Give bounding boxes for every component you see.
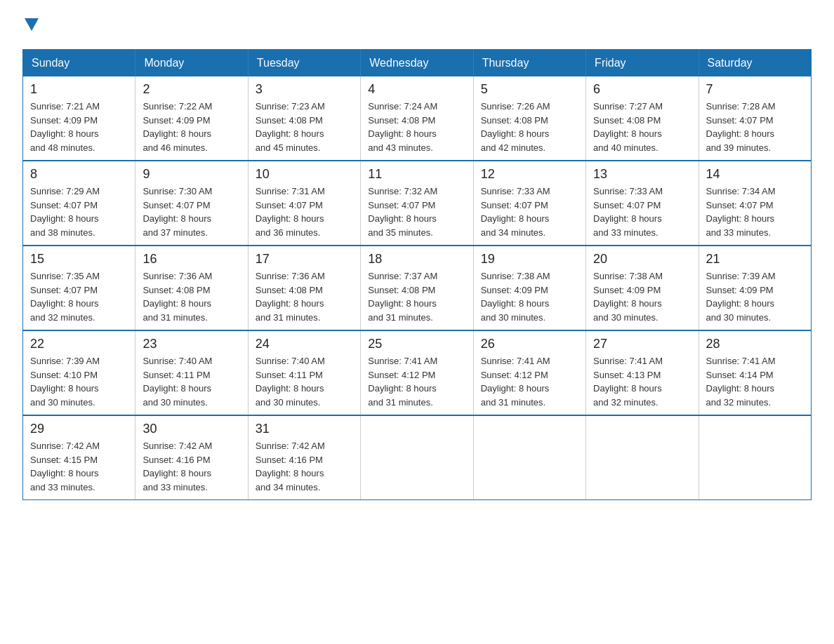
day-number: 18 (368, 252, 465, 267)
day-number: 21 (706, 252, 804, 267)
column-header-wednesday: Wednesday (361, 50, 473, 77)
day-info: Sunrise: 7:41 AMSunset: 4:14 PMDaylight:… (706, 354, 804, 409)
day-info: Sunrise: 7:33 AMSunset: 4:07 PMDaylight:… (593, 185, 691, 239)
calendar-week-row: 29Sunrise: 7:42 AMSunset: 4:15 PMDayligh… (23, 415, 812, 500)
day-info: Sunrise: 7:33 AMSunset: 4:07 PMDaylight:… (481, 185, 578, 239)
day-info: Sunrise: 7:36 AMSunset: 4:08 PMDaylight:… (256, 269, 353, 324)
day-number: 9 (143, 167, 240, 182)
calendar-cell: 30Sunrise: 7:42 AMSunset: 4:16 PMDayligh… (135, 415, 248, 500)
day-info: Sunrise: 7:28 AMSunset: 4:07 PMDaylight:… (706, 100, 804, 154)
day-info: Sunrise: 7:39 AMSunset: 4:10 PMDaylight:… (30, 354, 128, 409)
day-info: Sunrise: 7:41 AMSunset: 4:12 PMDaylight:… (368, 354, 465, 409)
day-number: 17 (256, 252, 353, 267)
day-number: 30 (143, 422, 240, 436)
day-info: Sunrise: 7:31 AMSunset: 4:07 PMDaylight:… (256, 185, 353, 239)
day-info: Sunrise: 7:41 AMSunset: 4:13 PMDaylight:… (593, 354, 691, 409)
day-info: Sunrise: 7:42 AMSunset: 4:16 PMDaylight:… (256, 439, 353, 494)
calendar-cell (361, 415, 473, 500)
calendar-cell: 9Sunrise: 7:30 AMSunset: 4:07 PMDaylight… (135, 161, 248, 246)
day-number: 22 (30, 337, 128, 351)
day-info: Sunrise: 7:36 AMSunset: 4:08 PMDaylight:… (143, 269, 240, 324)
day-number: 28 (706, 337, 804, 351)
day-number: 6 (593, 82, 691, 97)
day-number: 26 (481, 337, 578, 351)
column-header-saturday: Saturday (699, 50, 811, 77)
page-header (22, 17, 812, 35)
logo-arrow-icon (25, 17, 39, 35)
day-number: 25 (368, 337, 465, 351)
calendar-table: SundayMondayTuesdayWednesdayThursdayFrid… (22, 49, 812, 500)
day-info: Sunrise: 7:35 AMSunset: 4:07 PMDaylight:… (30, 269, 128, 324)
day-info: Sunrise: 7:39 AMSunset: 4:09 PMDaylight:… (706, 269, 804, 324)
day-number: 29 (30, 422, 128, 436)
day-info: Sunrise: 7:32 AMSunset: 4:07 PMDaylight:… (368, 185, 465, 239)
day-number: 24 (256, 337, 353, 351)
day-number: 10 (256, 167, 353, 182)
day-info: Sunrise: 7:42 AMSunset: 4:16 PMDaylight:… (143, 439, 240, 494)
day-number: 31 (256, 422, 353, 436)
calendar-cell: 23Sunrise: 7:40 AMSunset: 4:11 PMDayligh… (135, 330, 248, 415)
day-info: Sunrise: 7:21 AMSunset: 4:09 PMDaylight:… (30, 100, 128, 154)
day-info: Sunrise: 7:27 AMSunset: 4:08 PMDaylight:… (593, 100, 691, 154)
day-number: 19 (481, 252, 578, 267)
calendar-header-row: SundayMondayTuesdayWednesdayThursdayFrid… (23, 50, 812, 77)
day-number: 2 (143, 82, 240, 97)
calendar-cell: 21Sunrise: 7:39 AMSunset: 4:09 PMDayligh… (699, 246, 811, 330)
calendar-cell (473, 415, 585, 500)
calendar-cell: 16Sunrise: 7:36 AMSunset: 4:08 PMDayligh… (135, 246, 248, 330)
day-info: Sunrise: 7:26 AMSunset: 4:08 PMDaylight:… (481, 100, 578, 154)
day-info: Sunrise: 7:22 AMSunset: 4:09 PMDaylight:… (143, 100, 240, 154)
day-number: 16 (143, 252, 240, 267)
day-number: 4 (368, 82, 465, 97)
day-info: Sunrise: 7:38 AMSunset: 4:09 PMDaylight:… (481, 269, 578, 324)
day-number: 7 (706, 82, 804, 97)
calendar-cell: 3Sunrise: 7:23 AMSunset: 4:08 PMDaylight… (248, 76, 360, 161)
calendar-week-row: 22Sunrise: 7:39 AMSunset: 4:10 PMDayligh… (23, 330, 812, 415)
calendar-cell: 22Sunrise: 7:39 AMSunset: 4:10 PMDayligh… (23, 330, 135, 415)
calendar-cell: 17Sunrise: 7:36 AMSunset: 4:08 PMDayligh… (248, 246, 360, 330)
day-info: Sunrise: 7:41 AMSunset: 4:12 PMDaylight:… (481, 354, 578, 409)
day-info: Sunrise: 7:40 AMSunset: 4:11 PMDaylight:… (256, 354, 353, 409)
calendar-cell: 27Sunrise: 7:41 AMSunset: 4:13 PMDayligh… (586, 330, 699, 415)
calendar-week-row: 1Sunrise: 7:21 AMSunset: 4:09 PMDaylight… (23, 76, 812, 161)
day-info: Sunrise: 7:30 AMSunset: 4:07 PMDaylight:… (143, 185, 240, 239)
calendar-cell: 13Sunrise: 7:33 AMSunset: 4:07 PMDayligh… (586, 161, 699, 246)
day-number: 11 (368, 167, 465, 182)
calendar-cell: 15Sunrise: 7:35 AMSunset: 4:07 PMDayligh… (23, 246, 135, 330)
day-number: 15 (30, 252, 128, 267)
day-number: 3 (256, 82, 353, 97)
day-number: 27 (593, 337, 691, 351)
column-header-monday: Monday (135, 50, 248, 77)
calendar-cell (586, 415, 699, 500)
calendar-cell: 1Sunrise: 7:21 AMSunset: 4:09 PMDaylight… (23, 76, 135, 161)
calendar-cell: 26Sunrise: 7:41 AMSunset: 4:12 PMDayligh… (473, 330, 585, 415)
day-number: 20 (593, 252, 691, 267)
calendar-cell: 24Sunrise: 7:40 AMSunset: 4:11 PMDayligh… (248, 330, 360, 415)
column-header-thursday: Thursday (473, 50, 585, 77)
day-info: Sunrise: 7:34 AMSunset: 4:07 PMDaylight:… (706, 185, 804, 239)
calendar-cell (699, 415, 811, 500)
column-header-friday: Friday (586, 50, 699, 77)
calendar-cell: 11Sunrise: 7:32 AMSunset: 4:07 PMDayligh… (361, 161, 473, 246)
column-header-tuesday: Tuesday (248, 50, 360, 77)
calendar-cell: 12Sunrise: 7:33 AMSunset: 4:07 PMDayligh… (473, 161, 585, 246)
calendar-cell: 19Sunrise: 7:38 AMSunset: 4:09 PMDayligh… (473, 246, 585, 330)
svg-marker-0 (25, 18, 39, 31)
calendar-cell: 10Sunrise: 7:31 AMSunset: 4:07 PMDayligh… (248, 161, 360, 246)
day-info: Sunrise: 7:38 AMSunset: 4:09 PMDaylight:… (593, 269, 691, 324)
day-number: 8 (30, 167, 128, 182)
day-number: 5 (481, 82, 578, 97)
calendar-cell: 29Sunrise: 7:42 AMSunset: 4:15 PMDayligh… (23, 415, 135, 500)
calendar-cell: 5Sunrise: 7:26 AMSunset: 4:08 PMDaylight… (473, 76, 585, 161)
day-info: Sunrise: 7:40 AMSunset: 4:11 PMDaylight:… (143, 354, 240, 409)
day-number: 1 (30, 82, 128, 97)
calendar-cell: 8Sunrise: 7:29 AMSunset: 4:07 PMDaylight… (23, 161, 135, 246)
calendar-week-row: 8Sunrise: 7:29 AMSunset: 4:07 PMDaylight… (23, 161, 812, 246)
day-number: 13 (593, 167, 691, 182)
day-info: Sunrise: 7:29 AMSunset: 4:07 PMDaylight:… (30, 185, 128, 239)
calendar-cell: 4Sunrise: 7:24 AMSunset: 4:08 PMDaylight… (361, 76, 473, 161)
calendar-cell: 28Sunrise: 7:41 AMSunset: 4:14 PMDayligh… (699, 330, 811, 415)
day-number: 23 (143, 337, 240, 351)
calendar-cell: 14Sunrise: 7:34 AMSunset: 4:07 PMDayligh… (699, 161, 811, 246)
calendar-week-row: 15Sunrise: 7:35 AMSunset: 4:07 PMDayligh… (23, 246, 812, 330)
